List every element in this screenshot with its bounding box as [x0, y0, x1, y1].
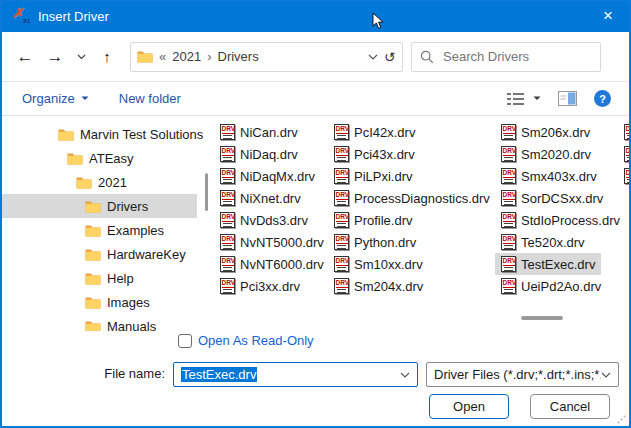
file-item-sordcsxx-drv[interactable]: DRVSorDCSxx.drv: [495, 187, 609, 209]
drv-file-icon: DRV: [334, 234, 349, 250]
cancel-button[interactable]: Cancel: [530, 394, 610, 419]
file-item-clipped[interactable]: DRV: [618, 143, 629, 165]
drv-file-icon: DRV: [334, 278, 349, 294]
file-name: Pci43x.drv: [354, 147, 415, 162]
search-icon: [420, 50, 434, 64]
breadcrumb-drivers[interactable]: Drivers: [218, 49, 259, 64]
file-item-python-drv[interactable]: DRVPython.drv: [328, 231, 422, 253]
file-item-ueipd2ao-drv[interactable]: DRVUeiPd2Ao.drv: [495, 275, 607, 297]
resize-grip[interactable]: [617, 415, 626, 424]
file-name: ProcessDiagnostics.drv: [354, 191, 490, 206]
file-item-nixnet-drv[interactable]: DRVNiXnet.drv: [214, 187, 307, 209]
file-item-sm206x-drv[interactable]: DRVSm206x.drv: [495, 121, 596, 143]
drv-file-icon: DRV: [501, 146, 516, 162]
address-dropdown-chevron-icon[interactable]: [368, 54, 378, 60]
file-item-sm10xx-drv[interactable]: DRVSm10xx.drv: [328, 253, 429, 275]
view-dropdown-chevron-icon[interactable]: [533, 96, 541, 101]
sidebar-scrollbar-thumb[interactable]: [205, 173, 208, 211]
file-name: StdIoProcess.drv: [521, 213, 620, 228]
filetype-combo-chevron-icon[interactable]: [601, 372, 611, 378]
folder-icon: [85, 200, 101, 213]
close-icon[interactable]: ×: [585, 0, 631, 32]
sidebar-item-ateasy[interactable]: ATEasy: [2, 146, 197, 170]
file-item-nidaqmx-drv[interactable]: DRVNiDaqMx.drv: [214, 165, 321, 187]
recent-locations-chevron-icon[interactable]: [70, 54, 92, 60]
drv-file-icon: DRV: [334, 190, 349, 206]
navigation-bar: ← → ↑ « 2021 › Drivers ↻: [2, 32, 629, 82]
forward-icon[interactable]: →: [40, 47, 70, 67]
refresh-icon[interactable]: ↻: [384, 49, 396, 65]
file-item-nvnt6000-drv[interactable]: DRVNvNT6000.drv: [214, 253, 330, 275]
filename-combo-chevron-icon[interactable]: [400, 372, 410, 378]
horizontal-scrollbar-thumb[interactable]: [521, 316, 563, 320]
file-name: Profile.drv: [354, 213, 413, 228]
folder-icon: [85, 296, 101, 309]
readonly-checkbox[interactable]: [178, 334, 192, 348]
file-item-clipped[interactable]: DRV: [618, 121, 629, 143]
filename-label: File name:: [2, 366, 165, 381]
folder-icon: [85, 248, 101, 261]
search-input[interactable]: [441, 48, 621, 65]
view-list-icon[interactable]: [507, 92, 524, 106]
file-item-nidaq-drv[interactable]: DRVNiDaq.drv: [214, 143, 304, 165]
file-item-processdiagnostics-drv[interactable]: DRVProcessDiagnostics.drv: [328, 187, 496, 209]
help-icon[interactable]: ?: [594, 90, 611, 107]
file-item-nican-drv[interactable]: DRVNiCan.drv: [214, 121, 304, 143]
sidebar-item-2021[interactable]: 2021: [2, 170, 197, 194]
drv-file-icon: DRV: [624, 168, 629, 184]
file-item-stdioprocess-drv[interactable]: DRVStdIoProcess.drv: [495, 209, 626, 231]
folder-name: Manuals: [107, 319, 156, 332]
file-item-pci3xx-drv[interactable]: DRVPci3xx.drv: [214, 275, 306, 297]
file-item-pci43x-drv[interactable]: DRVPci43x.drv: [328, 143, 421, 165]
sidebar-item-drivers[interactable]: Drivers: [2, 194, 197, 218]
file-item-sm204x-drv[interactable]: DRVSm204x.drv: [328, 275, 429, 297]
file-name: NiXnet.drv: [240, 191, 301, 206]
file-item-te520x-drv[interactable]: DRVTe520x.drv: [495, 231, 591, 253]
file-item-nvdds3-drv[interactable]: DRVNvDds3.drv: [214, 209, 314, 231]
drv-file-icon: DRV: [220, 146, 235, 162]
file-item-sm2020-drv[interactable]: DRVSm2020.drv: [495, 143, 597, 165]
drv-file-icon: DRV: [624, 124, 629, 140]
address-bar[interactable]: « 2021 › Drivers ↻: [130, 42, 403, 72]
back-icon[interactable]: ←: [10, 47, 40, 67]
filetype-combobox[interactable]: Driver Files (*.drv;*.drt;*.ins;*.fp: [426, 362, 619, 387]
search-box[interactable]: [411, 42, 601, 72]
file-item-pilpxi-drv[interactable]: DRVPiLPxi.drv: [328, 165, 419, 187]
window-title: Insert Driver: [38, 9, 109, 24]
folder-icon: [67, 152, 83, 165]
breadcrumb-2021[interactable]: 2021: [172, 49, 201, 64]
file-item-pci42x-drv[interactable]: DRVPcI42x.drv: [328, 121, 421, 143]
file-item-nvnt5000-drv[interactable]: DRVNvNT5000.drv: [214, 231, 330, 253]
file-item-smx403x-drv[interactable]: DRVSmx403x.drv: [495, 165, 603, 187]
filename-combobox[interactable]: TestExec.drv: [173, 362, 418, 387]
folder-name: Examples: [107, 223, 164, 238]
drv-file-icon: DRV: [334, 124, 349, 140]
sidebar-item-examples[interactable]: Examples: [2, 218, 197, 242]
file-item-testexec-drv[interactable]: DRVTestExec.drv: [495, 253, 601, 275]
drv-file-icon: DRV: [501, 212, 516, 228]
breadcrumb-overflow[interactable]: «: [159, 49, 166, 64]
organize-button[interactable]: Organize: [22, 91, 89, 106]
file-name: Python.drv: [354, 235, 416, 250]
file-name: SorDCSxx.drv: [521, 191, 603, 206]
sidebar-item-manuals[interactable]: Manuals: [2, 314, 197, 331]
drv-file-icon: DRV: [624, 146, 629, 162]
drv-file-icon: DRV: [220, 256, 235, 272]
drv-file-icon: DRV: [334, 256, 349, 272]
file-name: NiCan.drv: [240, 125, 298, 140]
preview-pane-icon[interactable]: [558, 91, 577, 106]
folder-icon: [85, 224, 101, 237]
sidebar-item-marvin-test-solutions[interactable]: Marvin Test Solutions: [2, 122, 197, 146]
up-icon[interactable]: ↑: [92, 48, 122, 65]
drv-file-icon: DRV: [220, 234, 235, 250]
sidebar-item-hardwarekey[interactable]: HardwareKey: [2, 242, 197, 266]
folder-name: Marvin Test Solutions: [80, 127, 203, 142]
new-folder-button[interactable]: New folder: [119, 91, 181, 106]
file-item-profile-drv[interactable]: DRVProfile.drv: [328, 209, 419, 231]
sidebar-item-images[interactable]: Images: [2, 290, 197, 314]
file-item-clipped[interactable]: DRV: [618, 165, 629, 187]
folder-icon: [85, 272, 101, 285]
sidebar-item-help[interactable]: Help: [2, 266, 197, 290]
file-column-partial: DRVDRVDRV: [618, 121, 629, 187]
open-button[interactable]: Open: [429, 394, 509, 419]
